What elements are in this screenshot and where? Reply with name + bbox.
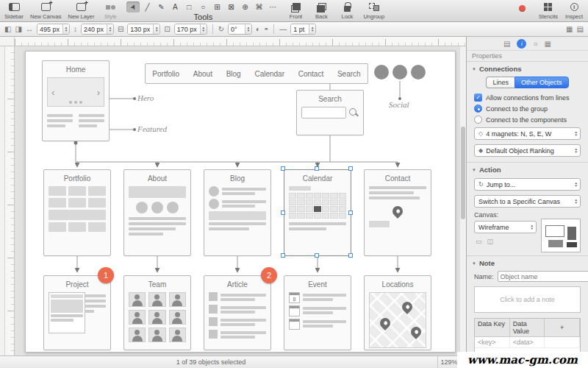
contact-card[interactable]: Contact [364,169,431,256]
lock-button[interactable]: Lock [337,1,356,20]
selection-handle[interactable] [315,253,319,258]
stroke-stepper[interactable]: ▲▼ [309,24,315,34]
selection-handle[interactable] [348,210,353,215]
tool-diagram-icon[interactable]: ⊠ [224,1,237,13]
action-section-header[interactable]: ▼ Action [467,162,588,176]
flip-h-icon[interactable]: ◐ [256,25,260,33]
stencils-button[interactable]: Stencils [539,1,558,20]
selection-handle[interactable] [281,210,285,215]
document-page[interactable]: Home ‹ › Portfolio [25,51,456,353]
sidebar-button[interactable]: Sidebar [4,1,24,20]
about-card[interactable]: About [123,169,191,256]
selection-handle[interactable] [348,253,353,258]
allow-connections-checkbox[interactable]: ✓ [474,93,482,102]
featured-annotation[interactable]: Featured [137,124,167,133]
back-button[interactable]: Back [312,1,331,20]
tool-shape-icon[interactable]: □ [182,1,196,13]
properties-inspector-icon[interactable]: i [517,39,526,49]
new-layer-button[interactable]: New Layer [68,1,95,20]
canvas-background[interactable]: Home ‹ › Portfolio [15,46,466,355]
social-circles[interactable] [374,65,426,79]
new-canvas-icon [41,3,51,11]
object-name-input[interactable] [498,271,588,282]
stroke-input[interactable] [291,24,309,34]
selection-handle[interactable] [281,166,285,171]
grid-toggle-icon[interactable]: ▦ [566,25,573,33]
ranking-dropdown[interactable]: ◆ Default Object Ranking ▲▼ [474,144,581,157]
canvas-preview-thumbnail[interactable] [541,219,581,252]
search-card[interactable]: Search [296,90,364,135]
tool-circle-icon[interactable]: ○ [196,1,209,13]
canvas-name-dropdown[interactable]: Wireframe ▲▼ [474,221,537,233]
selection-handle[interactable] [348,166,353,171]
flip-v-icon[interactable]: ◓ [264,25,268,33]
bring-front-icon [291,3,301,11]
inspect-button[interactable]: i Inspect [564,1,584,20]
person-small-icon[interactable]: ◫ [487,238,494,245]
canvas-vertical-scrollbar[interactable] [459,46,466,355]
tab-other-objects[interactable]: Other Objects [514,77,569,88]
tool-more-icon[interactable]: ⋯ [266,1,279,13]
data-table-row[interactable]: <key> <data> [475,337,580,348]
blog-card[interactable]: Blog [204,169,271,256]
scrollbar-thumb[interactable] [461,127,465,219]
tool-line-icon[interactable]: ╱ [140,1,154,13]
rotation-stepper[interactable]: ▲▼ [245,24,251,34]
calendar-card[interactable]: Calendar [284,169,351,256]
height-input[interactable] [175,24,200,34]
connect-components-radio[interactable] [474,116,482,124]
height-stepper[interactable]: ▲▼ [200,24,207,34]
tool-text-icon[interactable]: A [168,1,182,13]
add-data-row-button[interactable]: + [545,319,580,336]
magnifier-icon [349,108,359,118]
jump-to-dropdown[interactable]: ↻ Jump to... ▲▼ [474,178,581,191]
style-inspector-icon[interactable]: ▤ [503,40,510,48]
connections-section-header[interactable]: ▼ Connections [467,61,588,75]
tool-select-icon[interactable]: ➤ [126,1,140,13]
avatar-circles [129,202,186,213]
project-card[interactable]: Project [43,275,111,350]
social-annotation[interactable]: Social [389,100,409,109]
width-input[interactable] [128,24,153,34]
step-badge-2[interactable]: 2 [261,267,277,283]
tab-lines[interactable]: Lines [486,77,514,88]
front-button[interactable]: Front [286,1,305,20]
tool-pen-icon[interactable]: ✎ [154,1,168,13]
page-toggle-icon[interactable]: ▤ [577,25,584,33]
nav-bar[interactable]: Portfolio About Blog Calendar Contact Se… [145,63,368,84]
home-card[interactable]: Home ‹ › [42,60,110,141]
tool-table-icon[interactable]: ⊞ [210,1,223,13]
tool-action-icon[interactable]: ⌘ [252,1,265,13]
note-area[interactable]: Click to add a note [474,286,581,313]
person-icon [148,328,165,342]
width-stepper[interactable]: ▲▼ [153,24,159,34]
switch-canvas-dropdown[interactable]: Switch to a Specific Canvas ▲▼ [474,195,581,208]
portfolio-card[interactable]: Portfolio [43,169,111,256]
geometry-inspector-icon[interactable]: ○ [533,40,537,48]
connect-group-label: Connect to the group [486,105,548,113]
hero-annotation[interactable]: Hero [137,93,154,102]
vertical-ruler [5,46,15,355]
tool-connect-icon[interactable]: ⊕ [238,1,251,13]
map-thumbnail [369,292,426,348]
ungroup-button[interactable]: Ungroup [363,1,384,20]
canvas-inspector-icon[interactable]: ▦ [545,40,551,48]
locations-card[interactable]: Locations [364,275,431,350]
event-card[interactable]: Event 8 [284,275,351,350]
selection-handle[interactable] [281,253,285,258]
step-badge-1[interactable]: 1 [98,267,114,283]
x-stepper[interactable]: ▲▼ [62,24,69,34]
selection-handle[interactable] [315,166,319,171]
magnets-dropdown[interactable]: ◇ 4 magnets: N, S, E, W ▲▼ [474,127,581,140]
connect-group-radio[interactable] [474,105,482,113]
y-stepper[interactable]: ▲▼ [107,24,113,34]
slider-icon[interactable]: ▭ [476,238,482,245]
rotation-input[interactable] [229,24,245,34]
article-card[interactable]: Article [204,275,271,350]
team-card[interactable]: Team [123,275,191,350]
note-section-header[interactable]: ▼ Note [467,255,588,269]
style-button[interactable]: Style [101,1,120,20]
y-position-input[interactable] [82,24,107,34]
x-position-input[interactable] [37,24,62,34]
new-canvas-button[interactable]: New Canvas [30,1,62,20]
